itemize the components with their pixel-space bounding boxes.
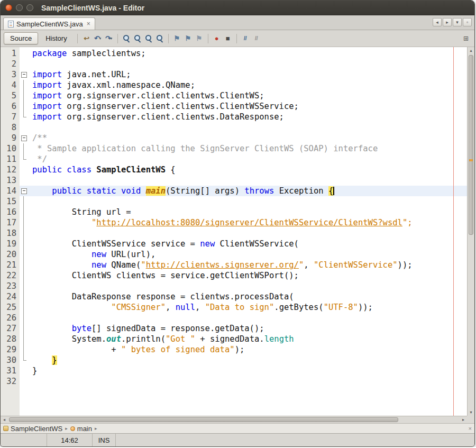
code-text[interactable] [28, 376, 467, 387]
scroll-down-icon[interactable]: ▾ [468, 409, 474, 416]
code-text[interactable]: + " bytes of signed data"); [28, 344, 467, 355]
forward-icon[interactable]: ↷▾ [104, 33, 114, 43]
code-line[interactable]: 1package sampleclientws; [1, 48, 467, 59]
code-line[interactable]: 30 } [1, 355, 467, 365]
code-line[interactable]: 29 + " bytes of signed data"); [1, 344, 467, 355]
code-line[interactable]: 20 new URL(url), [1, 249, 467, 260]
code-line[interactable]: 15 [1, 196, 467, 207]
toggle-search-highlight-icon[interactable] [154, 33, 165, 43]
code-text[interactable]: package sampleclientws; [28, 48, 467, 59]
code-text[interactable]: public class SampleClientWS { [28, 164, 467, 175]
breadcrumb-close-icon[interactable]: × [469, 425, 472, 432]
breadcrumb-item-main[interactable]: main [70, 425, 92, 433]
code-line[interactable]: 12public class SampleClientWS { [1, 164, 467, 175]
code-line[interactable]: 26 [1, 313, 467, 323]
code-line[interactable]: 10 * Sample application calling the Sign… [1, 143, 467, 154]
code-text[interactable]: import org.signserver.client.clientws.Cl… [28, 101, 467, 112]
code-text[interactable] [28, 196, 467, 207]
tab-scroll-right-icon[interactable]: ▸ [443, 18, 452, 26]
close-button[interactable] [5, 4, 12, 11]
code-line[interactable]: 25 "CMSSigner", null, "Data to sign".get… [1, 302, 467, 313]
code-text[interactable]: */ [28, 154, 467, 164]
code-text[interactable]: public static void main(String[] args) t… [28, 186, 467, 196]
scroll-up-icon[interactable]: ▴ [468, 47, 474, 54]
code-text[interactable]: /** [28, 133, 467, 143]
tab-list-icon[interactable]: ▾ [453, 18, 462, 26]
code-line[interactable]: 24 DataResponse response = clientws.proc… [1, 291, 467, 302]
code-text[interactable]: import org.signserver.client.clientws.Da… [28, 112, 467, 122]
code-line[interactable]: 3import java.net.URL; [1, 69, 467, 80]
minimize-button[interactable] [16, 4, 23, 11]
code-line[interactable]: 22 ClientWS clientws = service.getClient… [1, 270, 467, 281]
toolbar-options-icon[interactable]: ⊞ [461, 33, 471, 43]
code-text[interactable]: "CMSSigner", null, "Data to sign".getByt… [28, 302, 467, 313]
last-edited-icon[interactable]: ↩ [81, 33, 92, 43]
code-line[interactable]: 19 ClientWSService service = new ClientW… [1, 239, 467, 249]
code-line[interactable]: 13 [1, 175, 467, 186]
tab-scroll-left-icon[interactable]: ◂ [433, 18, 442, 26]
code-text[interactable]: } [28, 355, 467, 365]
toggle-bookmark-icon[interactable]: ⚑ [194, 33, 205, 43]
back-icon[interactable]: ↶▾ [93, 33, 103, 43]
code-text[interactable]: } [28, 365, 467, 376]
code-area[interactable]: 1package sampleclientws;23import java.ne… [1, 47, 467, 416]
tab-close-icon[interactable]: × [87, 20, 90, 28]
code-text[interactable]: byte[] signedData = response.getData(); [28, 323, 467, 334]
find-selection-icon[interactable] [121, 33, 132, 43]
previous-bookmark-icon[interactable]: ⚑ [172, 33, 182, 43]
fold-toggle-icon[interactable] [20, 186, 28, 196]
uncomment-icon[interactable]: // [251, 33, 262, 43]
code-text[interactable]: System.out.println("Got " + signedData.l… [28, 334, 467, 344]
code-line[interactable]: 4import javax.xml.namespace.QName; [1, 80, 467, 90]
code-text[interactable]: import java.net.URL; [28, 69, 467, 80]
horizontal-scrollbar[interactable]: ◂ ▸ [1, 416, 467, 423]
code-line[interactable]: 32 [1, 376, 467, 387]
code-line[interactable]: 2 [1, 59, 467, 69]
stop-macro-recording-icon[interactable]: ■ [223, 33, 233, 43]
titlebar[interactable]: SampleClientWS.java - Editor [1, 1, 474, 15]
code-line[interactable]: 5import org.signserver.client.clientws.C… [1, 90, 467, 101]
start-macro-recording-icon[interactable]: ● [212, 33, 222, 43]
code-line[interactable]: 23 [1, 281, 467, 291]
code-text[interactable]: String url = [28, 207, 467, 217]
code-text[interactable] [28, 313, 467, 323]
code-text[interactable]: "http://localhost:8080/signserver/Client… [28, 217, 467, 228]
tab-maximize-icon[interactable]: ▫ [463, 18, 472, 26]
next-bookmark-icon[interactable]: ⚑ [183, 33, 194, 43]
breadcrumb-item-sampleclientws[interactable]: SampleClientWS [3, 425, 62, 433]
fold-toggle-icon[interactable] [20, 133, 28, 143]
vertical-scroll-thumb[interactable] [469, 55, 473, 235]
maximize-button[interactable] [26, 4, 33, 11]
code-line[interactable]: 31} [1, 365, 467, 376]
code-text[interactable]: DataResponse response = clientws.process… [28, 291, 467, 302]
scroll-right-icon[interactable]: ▸ [460, 416, 467, 423]
code-text[interactable]: import javax.xml.namespace.QName; [28, 80, 467, 90]
code-line[interactable]: 18 [1, 228, 467, 239]
code-line[interactable]: 27 byte[] signedData = response.getData(… [1, 323, 467, 334]
code-text[interactable] [28, 175, 467, 186]
history-button[interactable]: History [39, 32, 73, 44]
code-line[interactable]: 28 System.out.println("Got " + signedDat… [1, 334, 467, 344]
scroll-left-icon[interactable]: ◂ [1, 416, 8, 423]
source-button[interactable]: Source [4, 32, 38, 44]
code-line[interactable]: 8 [1, 122, 467, 133]
comment-icon[interactable]: // [240, 33, 251, 43]
code-line[interactable]: 9/** [1, 133, 467, 143]
insert-mode-toggle[interactable]: INS [93, 434, 116, 446]
tab-sampleclientws[interactable]: SampleClientWS.java × [3, 17, 95, 30]
find-next-occurrence-icon[interactable] [132, 33, 143, 43]
code-text[interactable]: ClientWS clientws = service.getClientWSP… [28, 270, 467, 281]
code-line[interactable]: 14 public static void main(String[] args… [1, 186, 467, 196]
fold-toggle-icon[interactable] [20, 69, 28, 80]
find-previous-occurrence-icon[interactable] [143, 33, 154, 43]
code-text[interactable] [28, 228, 467, 239]
vertical-scrollbar[interactable]: ▴ ▾ [467, 47, 474, 416]
code-text[interactable]: * Sample application calling the SignSer… [28, 143, 467, 154]
code-text[interactable]: new QName("http://clientws.signserver.or… [28, 260, 467, 270]
code-text[interactable] [28, 281, 467, 291]
code-line[interactable]: 11 */ [1, 154, 467, 164]
code-line[interactable]: 21 new QName("http://clientws.signserver… [1, 260, 467, 270]
code-text[interactable]: ClientWSService service = new ClientWSSe… [28, 239, 467, 249]
code-text[interactable]: new URL(url), [28, 249, 467, 260]
code-line[interactable]: 7import org.signserver.client.clientws.D… [1, 112, 467, 122]
